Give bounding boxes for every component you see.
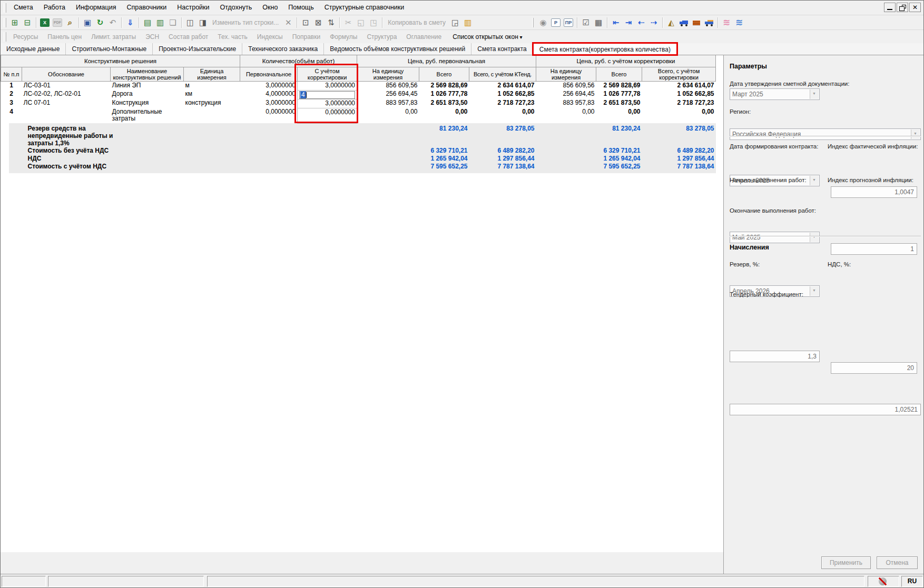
copy-to-estimate-button[interactable]: Копировать в смету xyxy=(385,19,449,26)
cell-price-total[interactable]: 0,00 xyxy=(419,108,469,123)
cancel-button[interactable]: Отмена xyxy=(877,556,918,569)
tab-vedomost-obyomov[interactable]: Ведомость объёмов конструктивных решений xyxy=(324,43,471,55)
cell-num[interactable]: 1 xyxy=(1,81,22,90)
machinery-truck-icon[interactable] xyxy=(703,17,715,28)
open-windows-list-button[interactable]: Список открытых окон xyxy=(446,33,525,41)
check-rows-icon[interactable]: ☑ xyxy=(580,17,592,28)
insert-row-icon[interactable]: ▤ xyxy=(142,17,153,28)
cell-name[interactable]: Линия ЭП xyxy=(111,81,184,90)
cell-qty-initial[interactable]: 0,0000000 xyxy=(240,108,298,123)
shift-left-icon[interactable]: ⇠ xyxy=(635,17,647,28)
cell-price-unit[interactable]: 0,00 xyxy=(357,108,419,123)
panel-teh-chast-button[interactable]: Тех. часть xyxy=(213,33,252,41)
save-icon[interactable]: ▣ xyxy=(82,17,93,28)
panel-indeksy-button[interactable]: Индексы xyxy=(252,33,288,41)
panel-panel-cen-button[interactable]: Панель цен xyxy=(43,33,86,41)
tab-tehnicheskogo-zakazchika[interactable]: Технического заказчика xyxy=(242,43,324,55)
form-icon[interactable]: ⊡ xyxy=(300,17,311,28)
panel-sostav-rabot-button[interactable]: Состав работ xyxy=(164,33,213,41)
cell-adj-price-unit[interactable]: 856 609,56 xyxy=(536,81,596,90)
search-icon[interactable]: ⌕ xyxy=(64,17,76,28)
outdent-up-icon[interactable]: ⇤ xyxy=(610,17,622,28)
panel-formuly-button[interactable]: Формулы xyxy=(325,33,362,41)
tender-coefficient-input[interactable]: 1,02521 xyxy=(730,404,921,415)
undo-icon[interactable]: ↶ xyxy=(107,17,119,28)
indent-down-icon[interactable]: ⇥ xyxy=(623,17,634,28)
restore-button[interactable] xyxy=(897,3,908,12)
price-p-icon[interactable]: Р xyxy=(551,18,561,27)
panel-esn-button[interactable]: ЭСН xyxy=(141,33,164,41)
cell-adj-total-corr[interactable]: 2 718 727,23 xyxy=(642,99,716,108)
cell-price-unit[interactable]: 256 694,45 xyxy=(357,90,419,99)
refresh-icon[interactable]: ↻ xyxy=(94,17,106,28)
cell-unit[interactable]: конструкция xyxy=(184,99,240,108)
cell-adj-total[interactable]: 1 026 777,78 xyxy=(596,90,642,99)
cell-name[interactable]: Дорога xyxy=(111,90,184,99)
cell-adj-total-corr[interactable]: 0,00 xyxy=(642,108,716,123)
vat-percent-input[interactable]: 20 xyxy=(831,362,917,374)
resources-icon[interactable]: ◭ xyxy=(665,17,677,28)
qty-adjusted-editor[interactable]: 4 xyxy=(299,91,355,99)
dropdown-arrow-icon[interactable] xyxy=(810,286,819,296)
note-icon[interactable]: ❏ xyxy=(167,17,179,28)
apply-button[interactable]: Применить xyxy=(821,556,871,569)
dropdown-arrow-icon[interactable] xyxy=(810,89,819,99)
price-pr-icon[interactable]: ПР xyxy=(564,18,573,27)
toolbar-grip[interactable] xyxy=(4,18,6,27)
menu-strukturnye[interactable]: Структурные справочники xyxy=(319,1,410,15)
table-row[interactable]: 3 ЛС 07-01 Конструкция конструкция 3,000… xyxy=(1,99,716,108)
materials-truck-icon[interactable] xyxy=(678,17,690,28)
cell-num[interactable]: 3 xyxy=(1,99,22,108)
cell-adj-total-corr[interactable]: 1 052 662,85 xyxy=(642,90,716,99)
tree-collapse-icon[interactable]: ⊟ xyxy=(22,17,33,28)
menu-grip[interactable] xyxy=(4,3,6,13)
paste-icon[interactable]: ◳ xyxy=(368,17,379,28)
table-row[interactable]: 1 ЛС-03-01 Линия ЭП м 3,0000000 3,000000… xyxy=(1,81,716,90)
cell-qty-adjusted[interactable]: 0,0000000 xyxy=(298,108,357,123)
cell-adj-price-unit[interactable]: 0,00 xyxy=(536,108,596,123)
menu-smeta[interactable]: Смета xyxy=(8,1,38,15)
delete-row-icon[interactable]: ✕ xyxy=(282,17,294,28)
table-row[interactable]: 2 ЛС-02-02, ЛС-02-01 Дорога км 4,0000000… xyxy=(1,90,716,99)
cell-price-total[interactable]: 2 651 873,50 xyxy=(419,99,469,108)
cell-basis[interactable]: ЛС 07-01 xyxy=(22,99,111,108)
cell-price-unit[interactable]: 883 957,83 xyxy=(357,99,419,108)
minimize-button[interactable] xyxy=(884,3,896,12)
panel-struktura-button[interactable]: Структура xyxy=(362,33,401,41)
change-row-type-button[interactable]: Изменить тип строки... xyxy=(209,19,282,26)
cell-price-total[interactable]: 2 569 828,69 xyxy=(419,81,469,90)
menu-otdohnut[interactable]: Отдохнуть xyxy=(215,1,258,15)
toolbar-grip[interactable] xyxy=(4,32,6,42)
cell-unit[interactable] xyxy=(184,108,240,123)
cell-name[interactable]: Дополнительные затраты xyxy=(111,108,184,123)
reserve-percent-input[interactable]: 1,3 xyxy=(730,351,820,362)
cut-icon[interactable]: ✂ xyxy=(342,17,354,28)
work-start-combobox[interactable]: Май 2025 xyxy=(730,232,820,243)
cell-adj-total[interactable]: 0,00 xyxy=(596,108,642,123)
insert-section-icon[interactable]: ▥ xyxy=(154,17,166,28)
cell-basis[interactable] xyxy=(22,108,111,123)
menu-informacia[interactable]: Информация xyxy=(71,1,122,15)
tab-smeta-kontrakta-korrektirovka[interactable]: Смета контракта(корректировка количества… xyxy=(533,43,677,55)
tab-stroitelno-montazhnye[interactable]: Строительно-Монтажные xyxy=(66,43,153,55)
layers-blue-icon[interactable]: ≋ xyxy=(733,17,745,28)
close-button[interactable] xyxy=(909,3,921,12)
cell-num[interactable]: 4 xyxy=(1,108,22,123)
cell-name[interactable]: Конструкция xyxy=(111,99,184,108)
table-row[interactable]: 4 Дополнительные затраты 0,0000000 0,000… xyxy=(1,108,716,123)
cell-qty-adjusted[interactable]: 3,0000000 xyxy=(298,99,357,108)
toolbar-grip[interactable] xyxy=(532,18,534,27)
menu-spravochniki[interactable]: Справочники xyxy=(122,1,172,15)
tab-ishodnye-dannye[interactable]: Исходные данные xyxy=(1,43,66,55)
cell-num[interactable]: 2 xyxy=(1,90,22,99)
approval-date-combobox[interactable]: Март 2025 xyxy=(730,88,820,100)
menu-nastroyki[interactable]: Настройки xyxy=(172,1,214,15)
copy-icon[interactable]: ◱ xyxy=(355,17,367,28)
cell-qty-initial[interactable]: 3,0000000 xyxy=(240,81,298,90)
wizard-icon[interactable]: ◉ xyxy=(537,17,549,28)
cell-basis[interactable]: ЛС-03-01 xyxy=(22,81,111,90)
menu-okno[interactable]: Окно xyxy=(257,1,283,15)
tree-expand-icon[interactable]: ⊞ xyxy=(9,17,21,28)
cell-adj-price-unit[interactable]: 883 957,83 xyxy=(536,99,596,108)
actual-inflation-input[interactable]: 1,0047 xyxy=(831,186,917,198)
